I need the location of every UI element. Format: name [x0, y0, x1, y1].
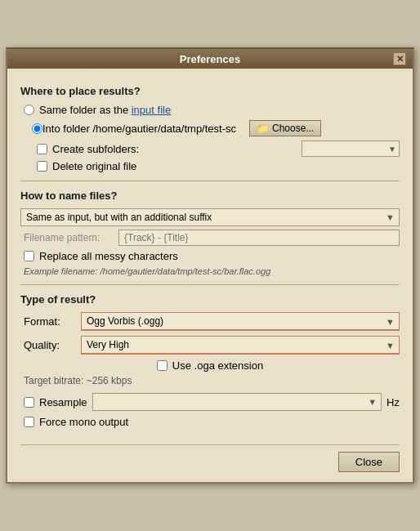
subfolder-select-wrapper: ▼ — [302, 141, 400, 157]
window-close-button[interactable]: ✕ — [393, 52, 406, 65]
pattern-input[interactable] — [118, 230, 400, 246]
force-mono-label: Force mono output — [39, 416, 128, 428]
input-file-link: input file — [132, 104, 171, 116]
replace-messy-label: Replace all messy characters — [39, 250, 178, 262]
content-area: Where to place results? Same folder as t… — [7, 69, 413, 444]
replace-messy-checkbox[interactable] — [24, 251, 34, 261]
delete-original-label: Delete original file — [52, 160, 136, 172]
preferences-window: Preferences ✕ Where to place results? Sa… — [6, 47, 414, 484]
bitrate-text: Target bitrate: ~256 kbps — [24, 375, 400, 386]
format-label: Format: — [24, 315, 81, 328]
resample-select[interactable] — [92, 393, 382, 411]
force-mono-row: Force mono output — [24, 416, 400, 428]
type-title: Type of result? — [20, 293, 400, 306]
format-select[interactable]: Ogg Vorbis (.ogg) — [81, 312, 400, 331]
oga-row: Use .oga extension — [20, 359, 400, 372]
into-folder-label: Into folder /home/gautier/data/tmp/test-… — [42, 123, 236, 135]
delete-original-row: Delete original file — [37, 160, 400, 172]
pattern-label: Filename pattern: — [24, 232, 114, 243]
titlebar: Preferences ✕ — [7, 49, 413, 69]
create-subfolders-checkbox[interactable] — [37, 144, 47, 154]
same-folder-radio[interactable] — [24, 105, 34, 115]
force-mono-checkbox[interactable] — [24, 417, 34, 427]
close-button[interactable]: Close — [338, 452, 400, 472]
subfolder-row: Create subfolders: ▼ — [37, 141, 400, 157]
quality-label: Quality: — [24, 339, 81, 351]
format-select-wrapper: Ogg Vorbis (.ogg) ▼ — [81, 312, 400, 331]
oga-checkbox[interactable] — [157, 360, 168, 371]
naming-dropdown-row: Same as input, but with an additional su… — [20, 208, 400, 226]
example-filename: Example filename: /home/gautier/data/tmp… — [24, 266, 400, 276]
resample-row: Resample ▼ Hz — [24, 393, 400, 411]
folder-icon: 📁 — [257, 123, 269, 134]
quality-select-wrapper: Very High ▼ — [81, 336, 400, 355]
format-row: Format: Ogg Vorbis (.ogg) ▼ — [24, 312, 400, 331]
window-title: Preferences — [27, 53, 393, 65]
naming-select[interactable]: Same as input, but with an additional su… — [20, 208, 400, 226]
naming-select-wrapper: Same as input, but with an additional su… — [20, 208, 400, 226]
into-folder-row: Into folder /home/gautier/data/tmp/test-… — [32, 120, 400, 136]
same-folder-label: Same folder as the input file — [39, 104, 171, 116]
pattern-row: Filename pattern: — [24, 230, 400, 246]
naming-title: How to name files? — [20, 190, 400, 202]
resample-label: Resample — [39, 396, 87, 408]
same-folder-row: Same folder as the input file — [24, 104, 400, 116]
choose-button[interactable]: 📁 Choose... — [249, 120, 321, 136]
delete-original-checkbox[interactable] — [37, 161, 47, 172]
hz-label: Hz — [386, 396, 400, 408]
create-subfolders-label: Create subfolders: — [52, 143, 139, 155]
bottom-bar: Close — [7, 445, 413, 482]
quality-row: Quality: Very High ▼ — [24, 336, 400, 355]
into-folder-radio[interactable] — [32, 123, 42, 134]
quality-select[interactable]: Very High — [81, 336, 400, 355]
placement-title: Where to place results? — [20, 85, 400, 97]
resample-select-wrapper: ▼ — [92, 393, 382, 411]
resample-checkbox[interactable] — [24, 397, 34, 408]
replace-messy-row: Replace all messy characters — [24, 250, 400, 262]
subfolder-select[interactable] — [302, 141, 400, 157]
oga-label: Use .oga extension — [172, 359, 263, 372]
